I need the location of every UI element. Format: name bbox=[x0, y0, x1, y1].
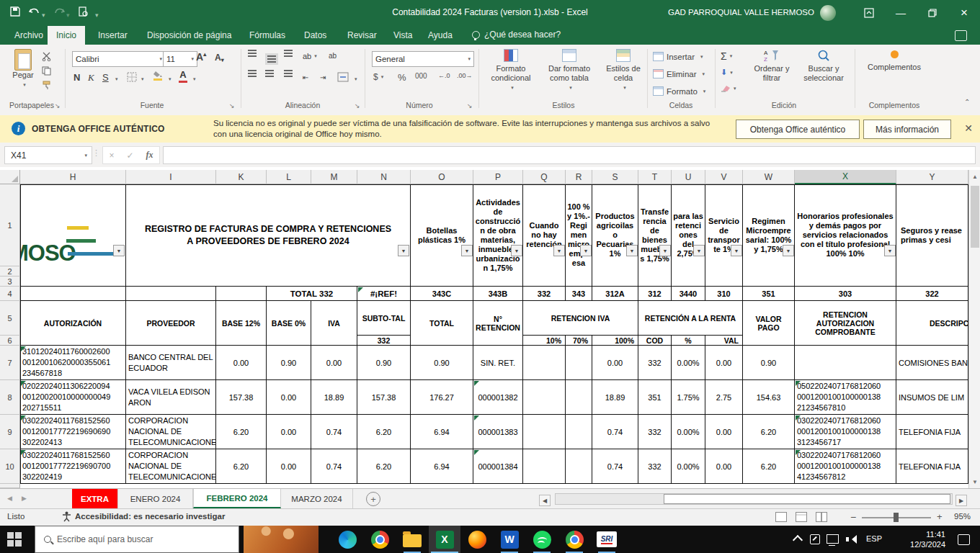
column-header-U[interactable]: U bbox=[672, 170, 705, 184]
sheet-nav-left-icon[interactable]: ◀ bbox=[7, 495, 12, 502]
column-header-W[interactable]: W bbox=[743, 170, 795, 184]
number-format-combo[interactable]: General▾ bbox=[372, 51, 474, 67]
cell-V7[interactable]: 0.00 bbox=[705, 346, 743, 380]
increase-font-icon[interactable]: A▴ bbox=[196, 51, 206, 63]
cell-X4-code[interactable]: 303 bbox=[795, 287, 896, 301]
row-header-10[interactable]: 10 bbox=[0, 449, 20, 484]
wrap-text-icon[interactable]: ab bbox=[329, 52, 337, 60]
notification-icon[interactable] bbox=[958, 534, 970, 545]
header-renta-pct[interactable]: % bbox=[672, 336, 705, 346]
cell-T7[interactable]: 332 bbox=[638, 346, 672, 380]
tab-archivo[interactable]: Archivo bbox=[6, 26, 52, 45]
scroll-down-icon[interactable]: ▼ bbox=[969, 475, 980, 488]
cell-K8[interactable]: 157.38 bbox=[216, 380, 267, 415]
tab-revisar[interactable]: Revisar bbox=[339, 26, 386, 45]
cell-R1-header[interactable]: 100 % y 1%.- Regimen microempresa bbox=[566, 184, 592, 287]
cell-O8[interactable]: 176.27 bbox=[411, 380, 473, 415]
cell-Q10[interactable] bbox=[523, 449, 566, 484]
cell-O4-code[interactable]: 343C bbox=[411, 287, 473, 301]
header-n-retencion[interactable]: N° RETENCION bbox=[473, 301, 523, 346]
cell-W4-code[interactable]: 351 bbox=[743, 287, 795, 301]
header-subtotal-332[interactable]: 332 bbox=[357, 336, 411, 346]
clipboard-dialog-launcher[interactable]: ↘ bbox=[55, 102, 61, 109]
cell-V10[interactable]: 0.00 bbox=[705, 449, 743, 484]
cell-M7[interactable]: 0.00 bbox=[311, 346, 357, 380]
font-color-icon[interactable]: A bbox=[179, 69, 187, 83]
zoom-level[interactable]: 95% bbox=[954, 512, 971, 521]
page-break-view-icon[interactable] bbox=[816, 512, 827, 522]
collapse-ribbon-icon[interactable]: ⌃ bbox=[964, 98, 970, 106]
cell-T10[interactable]: 332 bbox=[638, 449, 672, 484]
sheet-tab-febrero[interactable]: FEBRERO 2024 bbox=[193, 489, 281, 508]
cell-H8[interactable]: 02022024011306220094 0012002001000000004… bbox=[20, 380, 126, 415]
page-layout-view-icon[interactable] bbox=[796, 512, 807, 522]
horizontal-scrollbar-thumb[interactable] bbox=[664, 494, 950, 504]
restore-button[interactable] bbox=[917, 0, 948, 26]
column-header-H[interactable]: H bbox=[20, 170, 126, 184]
accounting-format-icon[interactable]: $▾ bbox=[373, 72, 383, 82]
column-header-T[interactable]: T bbox=[638, 170, 672, 184]
tab-formulas[interactable]: Fórmulas bbox=[241, 26, 294, 45]
taskbar-spotify[interactable] bbox=[526, 526, 558, 553]
minimize-button[interactable]: — bbox=[885, 0, 917, 26]
insert-cells-button[interactable]: Insertar▾ bbox=[653, 52, 703, 61]
cell-P9[interactable]: 000001383 bbox=[473, 415, 523, 449]
cell-I7[interactable]: BANCO CENTRAL DEL ECUADOR bbox=[126, 346, 216, 380]
decrease-font-icon[interactable]: A▾ bbox=[215, 51, 224, 63]
addins-button[interactable]: Complementos bbox=[862, 49, 927, 72]
column-header-O[interactable]: O bbox=[411, 170, 473, 184]
cell-I9[interactable]: CORPORACION NACIONAL DE TELECOMUNICACION… bbox=[126, 415, 216, 449]
sort-filter-button[interactable]: AZ Ordenar y filtrar bbox=[749, 49, 794, 83]
cut-icon[interactable] bbox=[42, 52, 51, 61]
conditional-formatting-button[interactable]: Formato condicional ▾ bbox=[487, 49, 535, 92]
cell-R4-code[interactable]: 343 bbox=[566, 287, 592, 301]
cell-N8[interactable]: 157.38 bbox=[357, 380, 411, 415]
cell-Y7[interactable]: COMISIONES BAN bbox=[896, 346, 968, 380]
filter-dropdown-icon-0[interactable]: ▼ bbox=[113, 245, 125, 256]
column-header-L[interactable]: L bbox=[267, 170, 311, 184]
format-as-table-button[interactable]: Dar formato como tabla ▾ bbox=[540, 49, 598, 92]
cell-X9[interactable]: 0302202407176812060 0001200100100000138 … bbox=[795, 415, 896, 449]
taskbar-sri[interactable]: SRI bbox=[591, 526, 623, 553]
normal-view-icon[interactable] bbox=[775, 512, 787, 522]
cell-M4-total[interactable]: TOTAL 332 bbox=[267, 287, 357, 301]
taskbar-file-explorer[interactable] bbox=[396, 526, 428, 553]
network-icon[interactable] bbox=[827, 534, 839, 544]
row-header-1[interactable]: 1 bbox=[0, 184, 20, 266]
cell-U8[interactable]: 1.75% bbox=[672, 380, 705, 415]
row-header-8[interactable]: 8 bbox=[0, 380, 20, 415]
account-avatar[interactable] bbox=[820, 5, 836, 21]
header-riva-70%[interactable]: 70% bbox=[566, 336, 592, 346]
header-riva-10%[interactable]: 10% bbox=[523, 336, 566, 346]
paste-button[interactable]: Pegar ▾ bbox=[7, 49, 39, 89]
cell-S9[interactable]: 0.74 bbox=[592, 415, 638, 449]
cell-K4[interactable] bbox=[216, 287, 267, 301]
cell-U4-code[interactable]: 3440 bbox=[672, 287, 705, 301]
cell-L7[interactable]: 0.90 bbox=[267, 346, 311, 380]
cell-L9[interactable]: 0.00 bbox=[267, 415, 311, 449]
cell-S7[interactable]: 0.00 bbox=[592, 346, 638, 380]
cell-V9[interactable]: 0.00 bbox=[705, 415, 743, 449]
cell-Y9[interactable]: TELEFONIA FIJA bbox=[896, 415, 968, 449]
scroll-up-icon[interactable]: ▲ bbox=[969, 170, 980, 183]
cell-W10[interactable]: 6.20 bbox=[743, 449, 795, 484]
cell-U7[interactable]: 0.00% bbox=[672, 346, 705, 380]
fill-color-icon[interactable] bbox=[153, 71, 163, 81]
cell-O1-header[interactable]: Botellas plásticas 1% bbox=[411, 184, 473, 287]
cell-L10[interactable]: 0.00 bbox=[267, 449, 311, 484]
header-iva[interactable]: IVA bbox=[311, 301, 357, 346]
cell-O9[interactable]: 6.94 bbox=[411, 415, 473, 449]
clock[interactable]: 11:41 12/3/2024 bbox=[910, 529, 945, 549]
cell-U9[interactable]: 0.00% bbox=[672, 415, 705, 449]
formula-input[interactable] bbox=[163, 146, 976, 164]
header-retencion-autorizacion[interactable]: RETENCION AUTORIZACION COMPROBANTE bbox=[795, 301, 896, 346]
cell-R7[interactable] bbox=[566, 346, 592, 380]
cell-P10[interactable]: 000001384 bbox=[473, 449, 523, 484]
sheet-tab-enero[interactable]: ENERO 2024 bbox=[118, 489, 193, 508]
cell-H9[interactable]: 03022024011768152560 0012001777221969069… bbox=[20, 415, 126, 449]
column-header-I[interactable]: I bbox=[126, 170, 216, 184]
cell-Q7[interactable] bbox=[523, 346, 566, 380]
header-renta-val[interactable]: VAL bbox=[705, 336, 743, 346]
cell-T4-code[interactable]: 312 bbox=[638, 287, 672, 301]
cell-H4[interactable] bbox=[20, 287, 126, 301]
